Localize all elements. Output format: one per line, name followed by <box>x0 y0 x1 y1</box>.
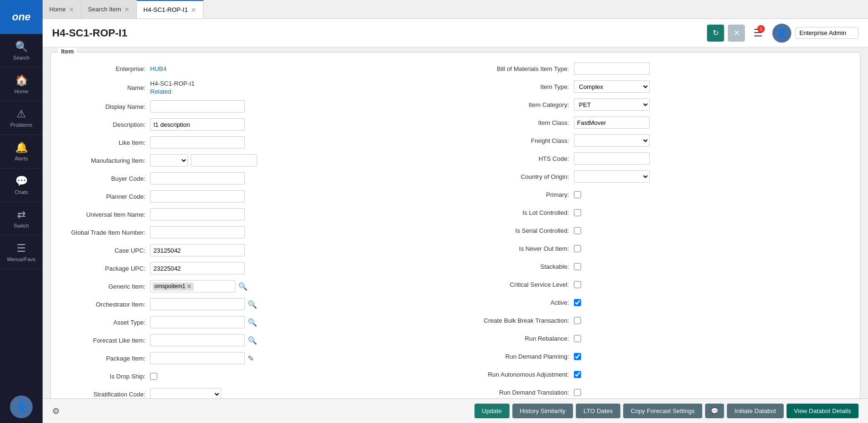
update-button[interactable]: Update <box>474 404 510 418</box>
package-item-edit-button[interactable]: ✎ <box>247 353 255 364</box>
user-avatar[interactable]: 👤 <box>772 24 791 43</box>
universal-item-name-row: Universal Item Name: <box>60 208 441 221</box>
sidebar-item-switch[interactable]: ⇄ Switch <box>0 202 43 236</box>
sidebar-item-search[interactable]: 🔍 Search <box>0 34 43 68</box>
tab-home-label: Home <box>49 6 66 13</box>
bom-item-type-input[interactable] <box>574 62 650 75</box>
sidebar-item-label: Menus/Favs <box>7 256 36 262</box>
tab-h4-sc1-rop-i1[interactable]: H4-SC1-ROP-I1 ✕ <box>137 0 204 18</box>
orchestrator-item-input[interactable] <box>150 298 245 310</box>
global-trade-label: Global Trade Item Number: <box>60 229 150 236</box>
refresh-button[interactable]: ↻ <box>707 25 724 42</box>
run-autonomous-checkbox[interactable] <box>574 371 581 378</box>
is-drop-ship-row: Is Drop Ship: <box>60 370 441 383</box>
primary-checkbox[interactable] <box>574 191 581 198</box>
display-name-input[interactable] <box>150 100 245 113</box>
asset-type-input[interactable] <box>150 316 245 328</box>
lto-dates-button[interactable]: LTO Dates <box>576 404 620 418</box>
buyer-code-input[interactable] <box>150 172 245 185</box>
global-trade-input[interactable] <box>150 226 245 238</box>
view-databot-details-button[interactable]: View Databot Details <box>787 404 859 418</box>
footer-actions: Update History Similarity LTO Dates Copy… <box>474 404 859 418</box>
is-drop-ship-checkbox[interactable] <box>150 373 157 380</box>
active-checkbox[interactable] <box>574 299 581 306</box>
generic-item-tag-remove[interactable]: ✕ <box>187 283 192 290</box>
hts-code-row: HTS Code: <box>470 152 851 165</box>
sidebar-item-alerts[interactable]: 🔔 Alerts <box>0 135 43 168</box>
sidebar-user-avatar[interactable]: 👤 <box>10 396 33 418</box>
universal-item-name-input[interactable] <box>150 208 245 220</box>
is-never-out-checkbox[interactable] <box>574 245 581 252</box>
sidebar-item-home[interactable]: 🏠 Home <box>0 68 43 101</box>
like-item-label: Like Item: <box>60 139 150 146</box>
create-bulk-break-checkbox[interactable] <box>574 317 581 324</box>
like-item-input[interactable] <box>150 136 245 149</box>
header-menu-button[interactable]: ☰ 1 <box>753 27 763 39</box>
history-similarity-button[interactable]: History Similarity <box>512 404 573 418</box>
orchestrator-item-row: Orchestrator Item: 🔍 <box>60 298 441 311</box>
generic-item-row: Generic Item: omspoitem1 ✕ 🔍 <box>60 280 441 293</box>
sidebar-item-label: Chats <box>15 189 28 195</box>
tab-search-item-close[interactable]: ✕ <box>124 6 130 13</box>
hts-code-input[interactable] <box>574 152 650 165</box>
case-upc-input[interactable] <box>150 244 245 256</box>
generic-item-tag-input[interactable]: omspoitem1 ✕ <box>150 280 235 292</box>
item-class-label: Item Class: <box>470 119 574 126</box>
is-never-out-row: Is Never Out Item: <box>470 242 851 255</box>
close-button[interactable]: ✕ <box>728 25 745 42</box>
display-name-row: Display Name: <box>60 100 441 113</box>
manufacturing-item-label: Manufacturing Item: <box>60 157 150 164</box>
stratification-code-select[interactable] <box>150 388 221 398</box>
tab-active-close[interactable]: ✕ <box>191 7 197 13</box>
chat-button[interactable]: 💬 <box>705 404 724 418</box>
forecast-like-item-input[interactable] <box>150 334 245 346</box>
primary-label: Primary: <box>470 191 574 198</box>
copy-forecast-settings-button[interactable]: Copy Forecast Settings <box>623 404 702 418</box>
tab-home-close[interactable]: ✕ <box>69 6 74 13</box>
package-item-row: Package Item: ✎ <box>60 352 441 365</box>
display-name-label: Display Name: <box>60 103 150 110</box>
manufacturing-item-input[interactable] <box>191 154 257 167</box>
tab-search-item[interactable]: Search Item ✕ <box>81 0 137 18</box>
sidebar-item-chats[interactable]: 💬 Chats <box>0 168 43 202</box>
freight-class-select[interactable] <box>574 134 650 147</box>
run-demand-plan-checkbox[interactable] <box>574 353 581 360</box>
enterprise-value[interactable]: HUB4 <box>150 65 167 72</box>
critical-service-level-checkbox[interactable] <box>574 281 581 288</box>
asset-type-search-button[interactable]: 🔍 <box>247 317 258 328</box>
item-type-select[interactable]: Complex <box>574 80 650 93</box>
run-demand-translation-row: Run Demand Translation: <box>470 386 851 398</box>
initiate-databot-button[interactable]: Initiate Databot <box>727 404 783 418</box>
is-lot-controlled-checkbox[interactable] <box>574 209 581 216</box>
is-never-out-label: Is Never Out Item: <box>470 245 574 252</box>
run-demand-translation-checkbox[interactable] <box>574 389 581 396</box>
stackable-checkbox[interactable] <box>574 263 581 270</box>
sidebar-logo[interactable]: one <box>0 0 43 34</box>
related-link[interactable]: Related <box>150 88 195 95</box>
planner-code-input[interactable] <box>150 190 245 203</box>
header-bar: H4-SC1-ROP-I1 ↻ ✕ ☰ 1 👤 Enterprise Admin <box>43 19 868 47</box>
is-serial-controlled-checkbox[interactable] <box>574 227 581 234</box>
description-input[interactable] <box>150 118 245 131</box>
generic-item-search-button[interactable]: 🔍 <box>237 281 249 292</box>
orchestrator-item-search-button[interactable]: 🔍 <box>247 299 258 310</box>
run-autonomous-row: Run Autonomous Adjustment: <box>470 368 851 381</box>
footer-settings-button[interactable]: ⚙ <box>52 406 60 416</box>
asset-type-row: Asset Type: 🔍 <box>60 316 441 329</box>
generic-item-label: Generic Item: <box>60 283 150 290</box>
package-item-input[interactable] <box>150 352 245 364</box>
create-bulk-break-row: Create Bulk Break Transaction: <box>470 314 851 327</box>
package-upc-input[interactable] <box>150 262 245 274</box>
item-class-input[interactable] <box>574 116 650 129</box>
sidebar-item-problems[interactable]: ⚠ Problems <box>0 101 43 135</box>
bom-item-type-label: Bill of Materials Item Type: <box>470 65 574 72</box>
sidebar-item-menus[interactable]: ☰ Menus/Favs <box>0 236 43 269</box>
forecast-like-item-search-button[interactable]: 🔍 <box>247 335 258 346</box>
manufacturing-item-select[interactable] <box>150 154 188 167</box>
tab-home[interactable]: Home ✕ <box>43 0 81 18</box>
country-of-origin-select[interactable] <box>574 170 650 183</box>
run-rebalance-checkbox[interactable] <box>574 335 581 342</box>
user-role-select[interactable]: Enterprise Admin <box>795 27 859 39</box>
item-category-select[interactable]: PET <box>574 98 650 111</box>
manufacturing-item-controls <box>150 154 257 167</box>
